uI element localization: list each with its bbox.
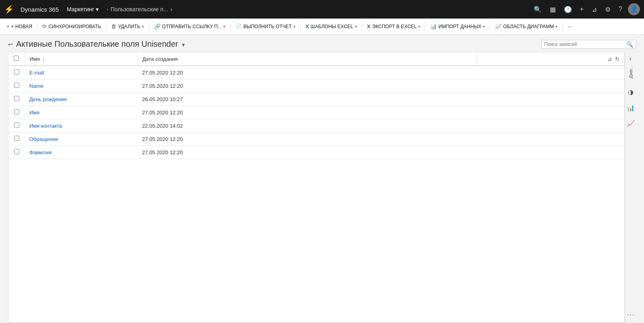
right-sidebar: ‹ Диаг... ◑ 📊 📈 ⋮ [625,52,636,323]
breadcrumb-item[interactable]: Пользовательские п... [111,6,168,12]
link-icon: 🔗 [154,23,161,29]
row-name-cell: Name [25,79,137,93]
record-link[interactable]: Имя [29,110,39,116]
chart-area-button[interactable]: 📈 ОБЛАСТЬ ДИАГРАММ ▾ [492,22,561,31]
search-icon[interactable]: 🔍 [531,4,544,15]
help-icon[interactable]: ? [616,4,625,14]
row-name-cell: Фамилия [25,146,137,159]
module-switcher[interactable]: Маркетинг ▾ [64,4,102,14]
row-name-cell: Обращение [25,133,137,146]
search-input[interactable] [544,41,625,47]
export-caret-icon: ▾ [418,25,420,29]
row-checkbox-cell[interactable] [8,119,25,133]
row-checkbox[interactable] [14,136,19,141]
record-link[interactable]: Name [29,83,43,89]
delete-icon: 🗑 [111,23,116,29]
row-name-cell: Имя контакта [25,119,137,133]
delete-button[interactable]: 🗑 УДАЛИТЬ ▾ [108,22,147,31]
table-row: Фамилия 27.05.2020 12:20 [8,146,624,159]
run-report-button[interactable]: 📄 ВЫПОЛНИТЬ ОТЧЕТ ▾ [232,22,299,31]
breadcrumb: › Пользовательские п... › [107,6,172,12]
report-icon: 📄 [235,23,242,29]
import-data-button[interactable]: 📊 ИМПОРТ ДАННЫХ ▾ [427,22,488,31]
record-link[interactable]: E-mail [29,70,44,76]
row-checkbox[interactable] [14,122,19,128]
row-created-cell: 27.05.2020 12:20 [137,66,477,79]
export-excel-button[interactable]: X ЭКСПОРТ В EXCEL ▾ [364,22,424,31]
import-icon: 📊 [430,23,437,29]
line-chart-sidebar-icon[interactable]: 📊 [625,102,636,113]
command-bar: + + НОВАЯ ⟳ СИНХРОНИЗИРОВАТЬ 🗑 УДАЛИТЬ ▾… [0,19,644,35]
sidebar-more-icon[interactable]: ⋮ [626,311,635,319]
row-checkbox-cell[interactable] [8,93,25,106]
chart-icon: 📈 [495,23,502,29]
search-box: 🔍 [541,40,636,49]
back-icon[interactable]: ↩ [8,41,13,48]
row-checkbox[interactable] [14,69,19,75]
created-column-header[interactable]: Дата создания [137,52,477,66]
select-all-header[interactable] [8,52,25,66]
row-created-cell: 22.05.2020 14:02 [137,119,477,133]
sync-button[interactable]: ⟳ СИНХРОНИЗИРОВАТЬ [39,22,104,31]
name-column-header[interactable]: Имя ↑ [25,52,137,66]
search-submit-icon[interactable]: 🔍 [626,41,633,48]
filter-icon[interactable]: ⊿ [589,4,599,15]
new-icon: + [6,23,10,29]
record-link[interactable]: День рождения [29,96,67,102]
sync-icon: ⟳ [42,23,47,29]
new-button[interactable]: + + НОВАЯ [3,22,35,31]
row-checkbox[interactable] [14,149,19,154]
row-name-cell: E-mail [25,66,137,79]
bar-chart-sidebar-icon[interactable]: 📈 [625,118,636,129]
record-link[interactable]: Имя контакта [29,123,62,129]
select-all-checkbox[interactable] [14,56,19,61]
toolbar-separator [37,22,37,31]
send-link-button[interactable]: 🔗 ОТПРАВИТЬ ССЫЛКУ П... ▾ [151,22,229,31]
row-checkbox-cell[interactable] [8,133,25,146]
row-actions-cell [477,66,624,79]
row-checkbox[interactable] [14,96,19,101]
add-icon[interactable]: + [578,4,586,14]
sidebar-collapse-icon[interactable]: ‹ [630,55,632,62]
excel-templates-caret-icon: ▾ [355,25,357,29]
row-name-cell: Имя [25,106,137,119]
column-filter-icon[interactable]: ⊿ [607,56,612,62]
settings-icon[interactable]: ⚙ [603,4,613,15]
record-link[interactable]: Обращение [29,136,58,142]
record-link[interactable]: Фамилия [29,149,52,155]
table-body: E-mail 27.05.2020 12:20 Name 27.05.2020 … [8,66,624,159]
row-name-cell: День рождения [25,93,137,106]
calendar-icon[interactable]: ▦ [547,4,558,15]
table-row: Обращение 27.05.2020 12:20 [8,133,624,146]
row-created-cell: 26.05.2020 10:27 [137,93,477,106]
sidebar-label[interactable]: Диаг... [628,66,633,79]
row-checkbox-cell[interactable] [8,66,25,79]
toolbar-separator-8 [490,22,490,31]
more-button[interactable]: ··· [564,22,575,31]
app-title: Dynamics 365 [21,6,59,13]
row-checkbox-cell[interactable] [8,79,25,93]
excel-templates-button[interactable]: X ШАБЛОНЫ EXCEL ▾ [302,22,360,31]
breadcrumb-separator: › [107,7,108,12]
row-checkbox-cell[interactable] [8,146,25,159]
toolbar-separator-4 [230,22,231,31]
refresh-icon[interactable]: ↻ [615,56,619,62]
row-actions-cell [477,79,624,93]
user-avatar[interactable]: 👤 [628,3,640,15]
records-table: Имя ↑ Дата создания ⊿ ↻ [8,52,624,159]
row-created-cell: 27.05.2020 12:20 [137,79,477,93]
top-nav-actions: 🔍 ▦ 🕐 + ⊿ ⚙ ? 👤 [531,3,640,15]
row-checkbox[interactable] [14,83,19,88]
toolbar-separator-7 [425,22,425,31]
excel-icon: X [305,23,309,29]
import-caret-icon: ▾ [483,25,485,29]
title-dropdown-icon[interactable]: ▾ [182,41,185,48]
row-checkbox[interactable] [14,109,19,114]
more-dots-icon: ··· [568,24,572,29]
pie-chart-sidebar-icon[interactable]: ◑ [626,87,635,97]
toolbar-separator-2 [106,22,106,31]
row-checkbox-cell[interactable] [8,106,25,119]
sort-icon: ↑ [42,57,45,62]
history-icon[interactable]: 🕐 [561,4,574,15]
search-container: 🔍 [541,40,636,49]
